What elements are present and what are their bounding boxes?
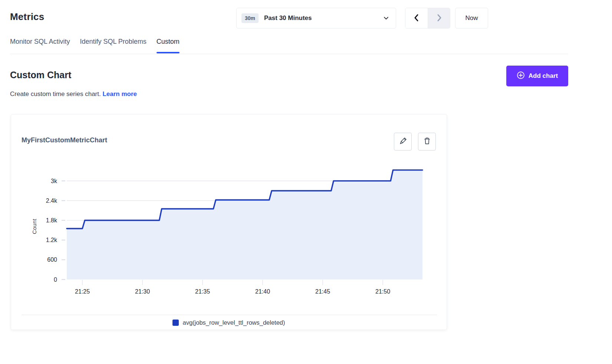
y-tick-label: 1.2k [46, 237, 57, 243]
previous-time-button[interactable] [405, 8, 428, 28]
tab-identify-sql-problems[interactable]: Identify SQL Problems [80, 38, 146, 53]
pencil-icon [399, 137, 407, 146]
y-tick-label: 3k [51, 178, 57, 184]
tabs-divider [10, 54, 568, 54]
chevron-left-icon [413, 14, 420, 23]
add-chart-label: Add chart [529, 72, 558, 80]
timeseries-chart-svg: 06001.2k1.8k2.4k3k21:2521:3021:3521:4021… [11, 155, 447, 298]
x-tick-label: 21:40 [255, 288, 270, 295]
x-tick-label: 21:50 [375, 288, 390, 295]
metrics-page: Metrics 30m Past 30 Minutes Now Monitor … [0, 0, 612, 364]
chart-plot-area: Count 06001.2k1.8k2.4k3k21:2521:3021:352… [11, 155, 447, 298]
chevron-down-icon [383, 15, 389, 21]
y-tick-label: 2.4k [46, 198, 57, 204]
x-tick-label: 21:45 [315, 288, 330, 295]
learn-more-link[interactable]: Learn more [102, 90, 137, 97]
subtitle-text: Create custom time series chart. [10, 90, 101, 97]
custom-chart-card: MyFirstCustomMetricChart Count 06001.2k1… [11, 114, 447, 330]
x-tick-label: 21:30 [135, 288, 150, 295]
y-axis-title: Count [31, 155, 37, 298]
plus-circle-icon [517, 71, 525, 81]
tab-custom[interactable]: Custom [157, 38, 180, 53]
chart-title: MyFirstCustomMetricChart [22, 136, 107, 144]
time-range-dropdown[interactable]: 30m Past 30 Minutes [236, 8, 396, 29]
trash-icon [423, 137, 431, 146]
x-tick-label: 21:25 [75, 288, 90, 295]
section-subtitle: Create custom time series chart. Learn m… [10, 90, 137, 98]
y-tick-label: 600 [47, 257, 57, 263]
section-heading: Custom Chart [10, 70, 71, 80]
tab-monitor-sql-activity[interactable]: Monitor SQL Activity [10, 38, 70, 53]
page-title: Metrics [10, 11, 44, 23]
chevron-right-icon [435, 14, 443, 23]
now-button[interactable]: Now [455, 8, 488, 29]
legend-label: avg(jobs_row_level_ttl_rows_deleted) [182, 319, 285, 326]
y-tick-label: 0 [54, 277, 57, 283]
legend-swatch [172, 320, 179, 326]
metrics-tabs: Monitor SQL Activity Identify SQL Proble… [10, 38, 180, 54]
delete-chart-button[interactable] [418, 133, 436, 150]
y-tick-label: 1.8k [46, 217, 57, 224]
time-range-badge: 30m [241, 13, 259, 23]
add-chart-button[interactable]: Add chart [506, 66, 568, 86]
next-time-button[interactable] [428, 8, 450, 28]
series-area [67, 170, 422, 279]
edit-chart-button[interactable] [394, 133, 412, 150]
time-nav-group [405, 8, 450, 29]
x-tick-label: 21:35 [195, 288, 210, 295]
legend-divider [22, 315, 437, 315]
time-range-label: Past 30 Minutes [264, 14, 312, 22]
chart-legend: avg(jobs_row_level_ttl_rows_deleted) [11, 319, 447, 326]
